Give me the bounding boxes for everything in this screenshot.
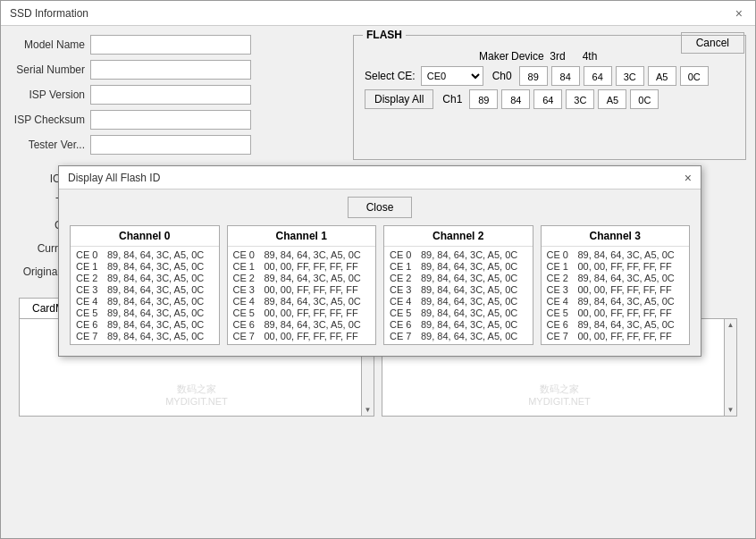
flash-row: CE 689, 84, 64, 3C, A5, 0C: [390, 319, 527, 330]
flash-row-value: 89, 84, 64, 3C, A5, 0C: [107, 319, 204, 330]
third-header: 3rd: [543, 50, 572, 63]
dialog-close-button[interactable]: Close: [348, 197, 413, 218]
channel-0-body: CE 089, 84, 64, 3C, A5, 0CCE 189, 84, 64…: [71, 247, 219, 344]
flash-row-label: CE 6: [233, 319, 265, 330]
flash-row: CE 289, 84, 64, 3C, A5, 0C: [547, 273, 685, 283]
flash-row-label: CE 2: [76, 273, 107, 283]
dialog-title: Display All Flash ID: [68, 172, 160, 184]
flash-row-label: CE 3: [547, 284, 578, 295]
flash-row: CE 089, 84, 64, 3C, A5, 0C: [76, 249, 214, 260]
scroll-up-arrow-right[interactable]: ▲: [727, 321, 735, 329]
ch1-maker: 89: [469, 89, 498, 109]
dialog-title-bar: Display All Flash ID ×: [59, 166, 701, 189]
flash-row-value: 89, 84, 64, 3C, A5, 0C: [107, 331, 204, 341]
flash-row-value: 89, 84, 64, 3C, A5, 0C: [421, 319, 517, 330]
flash-row-value: 00, 00, FF, FF, FF, FF: [265, 307, 358, 318]
flash-row: CE 489, 84, 64, 3C, A5, 0C: [76, 296, 214, 307]
channel-0-header: Channel 0: [71, 226, 219, 247]
window-close-button[interactable]: ×: [732, 6, 746, 21]
flash-row-label: CE 0: [390, 249, 421, 260]
flash-row: CE 689, 84, 64, 3C, A5, 0C: [76, 319, 214, 330]
flash-row: CE 189, 84, 64, 3C, A5, 0C: [390, 261, 527, 272]
channel-2-header: Channel 2: [384, 226, 533, 247]
flash-row-label: CE 4: [390, 296, 421, 307]
ce-select[interactable]: CE0 CE1 CE2 CE3 CE4 CE5 CE6 CE7: [421, 66, 483, 86]
flash-row-label: CE 3: [390, 284, 421, 295]
ch0-5th: A5: [648, 66, 676, 86]
channel-1-body: CE 089, 84, 64, 3C, A5, 0CCE 100, 00, FF…: [228, 247, 376, 344]
ch1-5th: A5: [598, 89, 626, 109]
form-section: Model Name Serial Number ISP Version ISP…: [10, 35, 746, 160]
flash-row-label: CE 2: [390, 273, 421, 283]
flash-row-label: CE 4: [76, 296, 107, 307]
flash-row-value: 00, 00, FF, FF, FF, FF: [578, 284, 672, 295]
flash-row: CE 300, 00, FF, FF, FF, FF: [233, 284, 371, 295]
flash-row-label: CE 6: [390, 319, 421, 330]
flash-row-label: CE 7: [390, 331, 421, 341]
scroll-down-arrow[interactable]: ▼: [365, 406, 372, 414]
dialog-close-icon-button[interactable]: ×: [685, 171, 692, 185]
flash-row: CE 389, 84, 64, 3C, A5, 0C: [390, 284, 527, 295]
flash-row: CE 089, 84, 64, 3C, A5, 0C: [390, 249, 527, 260]
display-all-button[interactable]: Display All: [365, 89, 433, 109]
ch1-4th: 3C: [566, 89, 594, 109]
isp-version-label: ISP Version: [10, 88, 90, 101]
serial-number-input[interactable]: [90, 60, 251, 80]
flash-row-label: CE 7: [233, 331, 265, 341]
flash-row: CE 289, 84, 64, 3C, A5, 0C: [233, 273, 371, 283]
flash-row-label: CE 0: [233, 249, 265, 260]
ch0-maker: 89: [519, 66, 548, 86]
flash-group: FLASH Maker Device 3rd 4th Select CE: C: [353, 35, 746, 160]
flash-row-label: CE 1: [390, 261, 421, 272]
flash-row-label: CE 1: [547, 261, 578, 272]
channel-1-col: Channel 1 CE 089, 84, 64, 3C, A5, 0CCE 1…: [227, 225, 377, 345]
isp-checksum-input[interactable]: [90, 110, 251, 130]
channel-0-col: Channel 0 CE 089, 84, 64, 3C, A5, 0CCE 1…: [70, 225, 220, 345]
title-bar: SSD Information ×: [1, 1, 755, 26]
scrollbar-right[interactable]: ▲ ▼: [724, 319, 736, 416]
channel-3-body: CE 089, 84, 64, 3C, A5, 0CCE 100, 00, FF…: [542, 247, 690, 344]
watermark-left: 数码之家 MYDIGIT.NET: [165, 383, 228, 407]
ch1-device: 84: [501, 89, 530, 109]
flash-legend: FLASH: [363, 29, 406, 41]
tester-version-input[interactable]: [90, 135, 251, 155]
flash-row: CE 089, 84, 64, 3C, A5, 0C: [547, 249, 685, 260]
model-name-row: Model Name: [10, 35, 317, 55]
flash-row-value: 89, 84, 64, 3C, A5, 0C: [421, 249, 517, 260]
channel-2-col: Channel 2 CE 089, 84, 64, 3C, A5, 0CCE 1…: [383, 225, 533, 345]
flash-row-label: CE 7: [547, 331, 578, 341]
flash-row: CE 489, 84, 64, 3C, A5, 0C: [233, 296, 371, 307]
flash-row-value: 89, 84, 64, 3C, A5, 0C: [107, 261, 204, 272]
flash-row-value: 89, 84, 64, 3C, A5, 0C: [421, 284, 517, 295]
flash-row: CE 300, 00, FF, FF, FF, FF: [547, 284, 685, 295]
window-title: SSD Information: [10, 7, 88, 20]
flash-row-value: 89, 84, 64, 3C, A5, 0C: [107, 296, 204, 307]
model-name-input[interactable]: [90, 35, 251, 55]
flash-row: CE 789, 84, 64, 3C, A5, 0C: [390, 331, 527, 341]
flash-row: CE 689, 84, 64, 3C, A5, 0C: [233, 319, 371, 330]
select-ce-label: Select CE:: [365, 70, 416, 82]
channel-2-body: CE 089, 84, 64, 3C, A5, 0CCE 189, 84, 64…: [384, 247, 533, 344]
ch0-6th: 0C: [680, 66, 709, 86]
flash-table: Channel 0 CE 089, 84, 64, 3C, A5, 0CCE 1…: [70, 225, 690, 345]
flash-row-value: 89, 84, 64, 3C, A5, 0C: [107, 249, 204, 260]
flash-row-value: 89, 84, 64, 3C, A5, 0C: [578, 249, 675, 260]
flash-row-value: 89, 84, 64, 3C, A5, 0C: [421, 296, 517, 307]
maker-header: Maker: [479, 50, 508, 63]
flash-row-value: 89, 84, 64, 3C, A5, 0C: [265, 273, 361, 283]
serial-number-row: Serial Number: [10, 60, 317, 80]
ch0-3rd: 64: [584, 66, 612, 86]
flash-row-value: 89, 84, 64, 3C, A5, 0C: [578, 319, 675, 330]
flash-row-label: CE 5: [76, 307, 107, 318]
ch0-label: Ch0: [492, 70, 519, 82]
flash-row-label: CE 7: [76, 331, 107, 341]
flash-row-label: CE 6: [547, 319, 578, 330]
flash-row-value: 89, 84, 64, 3C, A5, 0C: [107, 273, 204, 283]
flash-row: CE 089, 84, 64, 3C, A5, 0C: [233, 249, 371, 260]
flash-row-label: CE 2: [233, 273, 265, 283]
ch0-4th: 3C: [616, 66, 644, 86]
flash-row-label: CE 6: [76, 319, 107, 330]
scroll-down-arrow-right[interactable]: ▼: [727, 406, 735, 414]
isp-version-input[interactable]: [90, 85, 251, 105]
flash-row-label: CE 2: [547, 273, 578, 283]
